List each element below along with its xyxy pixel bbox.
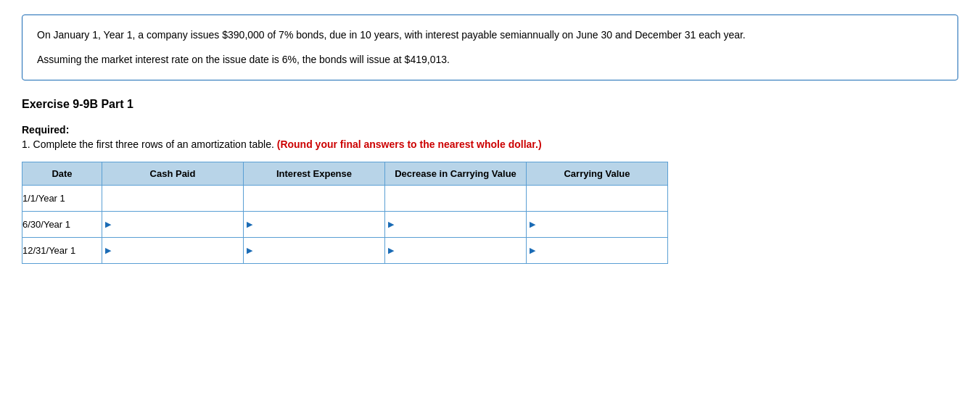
- arrow-icon: ▶: [105, 246, 111, 255]
- date-cell-2: 6/30/Year 1: [22, 211, 102, 237]
- header-carrying-value: Carrying Value: [527, 162, 668, 185]
- decrease-input-2[interactable]: [395, 214, 523, 234]
- date-cell-3: 12/31/Year 1: [22, 237, 102, 263]
- table-row: 6/30/Year 1 ▶ ▶ ▶: [22, 211, 668, 237]
- exercise-title: Exercise 9-9B Part 1: [22, 98, 958, 111]
- arrow-icon: ▶: [247, 246, 252, 255]
- info-paragraph-1: On January 1, Year 1, a company issues $…: [37, 27, 943, 43]
- carrying-value-input-3[interactable]: [537, 240, 664, 260]
- date-cell-1: 1/1/Year 1: [22, 185, 102, 211]
- instruction-static: 1. Complete the first three rows of an a…: [22, 138, 277, 150]
- cash-paid-input-1[interactable]: [105, 188, 240, 208]
- table-header-row: Date Cash Paid Interest Expense Decrease…: [22, 162, 668, 185]
- header-date: Date: [22, 162, 102, 185]
- decrease-cell-3[interactable]: ▶: [385, 237, 527, 263]
- info-box: On January 1, Year 1, a company issues $…: [22, 14, 958, 80]
- arrow-icon: ▶: [530, 246, 535, 255]
- decrease-cell-2[interactable]: ▶: [385, 211, 527, 237]
- carrying-value-cell-1[interactable]: [527, 185, 668, 211]
- interest-expense-cell-3[interactable]: ▶: [244, 237, 385, 263]
- arrow-icon: ▶: [388, 246, 394, 255]
- arrow-icon: ▶: [530, 220, 535, 229]
- amortization-table: Date Cash Paid Interest Expense Decrease…: [22, 162, 668, 264]
- interest-expense-input-1[interactable]: [247, 188, 382, 208]
- decrease-cell-1[interactable]: [385, 185, 527, 211]
- decrease-input-3[interactable]: [395, 240, 523, 260]
- cash-paid-cell-3[interactable]: ▶: [102, 237, 244, 263]
- required-section: Required: 1. Complete the first three ro…: [22, 124, 958, 150]
- interest-expense-input-2[interactable]: [254, 214, 382, 234]
- arrow-icon: ▶: [247, 220, 252, 229]
- carrying-value-cell-2[interactable]: ▶: [527, 211, 668, 237]
- table-row: 12/31/Year 1 ▶ ▶ ▶: [22, 237, 668, 263]
- cash-paid-input-2[interactable]: [112, 214, 240, 234]
- decrease-input-1[interactable]: [388, 188, 523, 208]
- header-interest-expense: Interest Expense: [244, 162, 385, 185]
- arrow-icon: ▶: [105, 220, 111, 229]
- table-row: 1/1/Year 1: [22, 185, 668, 211]
- carrying-value-input-1[interactable]: [530, 188, 664, 208]
- info-paragraph-2: Assuming the market interest rate on the…: [37, 51, 943, 67]
- cash-paid-cell-1[interactable]: [102, 185, 244, 211]
- cash-paid-cell-2[interactable]: ▶: [102, 211, 244, 237]
- header-cash-paid: Cash Paid: [102, 162, 244, 185]
- required-label: Required:: [22, 124, 958, 136]
- arrow-icon: ▶: [388, 220, 394, 229]
- interest-expense-cell-1[interactable]: [244, 185, 385, 211]
- carrying-value-input-2[interactable]: [537, 214, 664, 234]
- header-decrease-carrying: Decrease in Carrying Value: [385, 162, 527, 185]
- interest-expense-input-3[interactable]: [254, 240, 382, 260]
- instruction-highlight: (Round your final answers to the nearest…: [277, 138, 542, 150]
- interest-expense-cell-2[interactable]: ▶: [244, 211, 385, 237]
- instruction-text: 1. Complete the first three rows of an a…: [22, 138, 958, 150]
- carrying-value-cell-3[interactable]: ▶: [527, 237, 668, 263]
- cash-paid-input-3[interactable]: [112, 240, 240, 260]
